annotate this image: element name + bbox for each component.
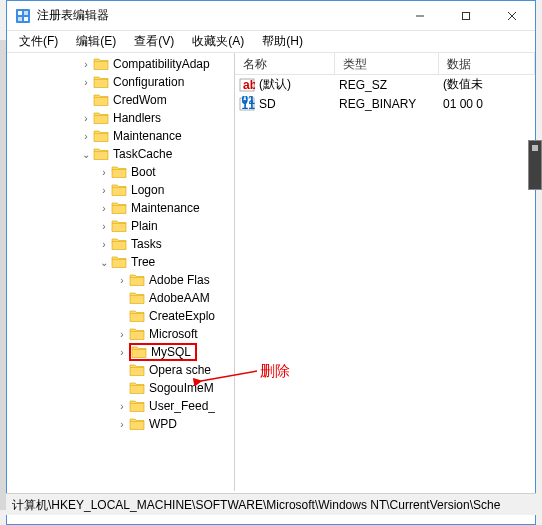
binary-value-icon: 011110 bbox=[239, 96, 255, 112]
tree-item[interactable]: CredWom bbox=[7, 91, 234, 109]
tree-item[interactable]: ›Maintenance bbox=[7, 127, 234, 145]
maximize-button[interactable] bbox=[443, 1, 489, 31]
folder-icon bbox=[111, 165, 127, 179]
tree-item-label: WPD bbox=[149, 417, 177, 431]
tree-item[interactable]: Opera sche bbox=[7, 361, 234, 379]
tree-expander-icon[interactable]: › bbox=[97, 167, 111, 178]
tree-item[interactable]: CreateExplo bbox=[7, 307, 234, 325]
folder-icon bbox=[111, 201, 127, 215]
statusbar: 计算机\HKEY_LOCAL_MACHINE\SOFTWARE\Microsof… bbox=[6, 493, 536, 515]
tree-item-label: CompatibilityAdap bbox=[113, 57, 210, 71]
menu-edit[interactable]: 编辑(E) bbox=[68, 31, 124, 52]
list-rows: ab(默认)REG_SZ(数值未011110SDREG_BINARY01 00 … bbox=[235, 75, 535, 113]
tree-item[interactable]: ›Tasks bbox=[7, 235, 234, 253]
menu-favorites[interactable]: 收藏夹(A) bbox=[184, 31, 252, 52]
folder-icon bbox=[129, 309, 145, 323]
tree-item-label: CreateExplo bbox=[149, 309, 215, 323]
menu-file[interactable]: 文件(F) bbox=[11, 31, 66, 52]
string-value-icon: ab bbox=[239, 77, 255, 93]
tree-expander-icon[interactable]: › bbox=[115, 419, 129, 430]
tree-expander-icon[interactable]: › bbox=[97, 185, 111, 196]
value-data: 01 00 0 bbox=[439, 96, 535, 112]
folder-icon bbox=[93, 75, 109, 89]
tree-item-label: CredWom bbox=[113, 93, 167, 107]
regedit-app-icon bbox=[15, 8, 31, 24]
tree-expander-icon[interactable]: › bbox=[97, 221, 111, 232]
tree-item[interactable]: ›Logon bbox=[7, 181, 234, 199]
list-row[interactable]: ab(默认)REG_SZ(数值未 bbox=[235, 75, 535, 94]
value-type: REG_BINARY bbox=[335, 96, 439, 112]
statusbar-path: 计算机\HKEY_LOCAL_MACHINE\SOFTWARE\Microsof… bbox=[12, 498, 500, 512]
menu-help[interactable]: 帮助(H) bbox=[254, 31, 311, 52]
window-buttons bbox=[397, 1, 535, 30]
tree-expander-icon[interactable]: › bbox=[79, 77, 93, 88]
tree-item[interactable]: ›Microsoft bbox=[7, 325, 234, 343]
svg-rect-3 bbox=[18, 17, 22, 21]
tree-item[interactable]: SogouImeM bbox=[7, 379, 234, 397]
column-type[interactable]: 类型 bbox=[335, 53, 439, 74]
folder-icon bbox=[129, 273, 145, 287]
tree-expander-icon[interactable]: › bbox=[115, 275, 129, 286]
tree-expander-icon[interactable]: › bbox=[79, 131, 93, 142]
highlighted-tree-item: MySQL bbox=[129, 343, 197, 361]
minimize-button[interactable] bbox=[397, 1, 443, 31]
tree-expander-icon[interactable]: › bbox=[115, 329, 129, 340]
tree-item[interactable]: ›Configuration bbox=[7, 73, 234, 91]
tree-item-label: Opera sche bbox=[149, 363, 211, 377]
svg-rect-4 bbox=[24, 17, 28, 21]
value-name: SD bbox=[259, 97, 276, 111]
tree-item-label: Configuration bbox=[113, 75, 184, 89]
menu-view[interactable]: 查看(V) bbox=[126, 31, 182, 52]
tree-item-label: SogouImeM bbox=[149, 381, 214, 395]
tree-item-label: Maintenance bbox=[113, 129, 182, 143]
tree-expander-icon[interactable]: › bbox=[97, 239, 111, 250]
tree-pane[interactable]: ›CompatibilityAdap›ConfigurationCredWom›… bbox=[7, 53, 235, 491]
tree-item-label: Microsoft bbox=[149, 327, 198, 341]
tree-expander-icon[interactable]: ⌄ bbox=[97, 257, 111, 268]
tree-item-label: Adobe Flas bbox=[149, 273, 210, 287]
tree-item[interactable]: ›WPD bbox=[7, 415, 234, 433]
tree-item-label: User_Feed_ bbox=[149, 399, 215, 413]
tree-item[interactable]: AdobeAAM bbox=[7, 289, 234, 307]
tree-item[interactable]: ›User_Feed_ bbox=[7, 397, 234, 415]
folder-icon bbox=[129, 363, 145, 377]
list-row[interactable]: 011110SDREG_BINARY01 00 0 bbox=[235, 94, 535, 113]
tree-item[interactable]: ⌄Tree bbox=[7, 253, 234, 271]
partial-window-right bbox=[528, 140, 542, 190]
tree-expander-icon[interactable]: › bbox=[97, 203, 111, 214]
tree-item-label: Plain bbox=[131, 219, 158, 233]
svg-rect-2 bbox=[24, 11, 28, 15]
tree-item[interactable]: ›Boot bbox=[7, 163, 234, 181]
tree-item[interactable]: ›CompatibilityAdap bbox=[7, 55, 234, 73]
window-title: 注册表编辑器 bbox=[37, 7, 397, 24]
tree-item-label: Logon bbox=[131, 183, 164, 197]
tree-expander-icon[interactable]: › bbox=[79, 113, 93, 124]
svg-rect-1 bbox=[18, 11, 22, 15]
value-name: (默认) bbox=[259, 76, 291, 93]
tree-item[interactable]: ›Adobe Flas bbox=[7, 271, 234, 289]
tree-item[interactable]: ›Handlers bbox=[7, 109, 234, 127]
tree-expander-icon[interactable]: ⌄ bbox=[79, 149, 93, 160]
tree-expander-icon[interactable]: › bbox=[115, 347, 129, 358]
tree-item-label: Tree bbox=[131, 255, 155, 269]
list-pane[interactable]: 名称 类型 数据 ab(默认)REG_SZ(数值未011110SDREG_BIN… bbox=[235, 53, 535, 491]
tree-expander-icon[interactable]: › bbox=[115, 401, 129, 412]
list-header: 名称 类型 数据 bbox=[235, 53, 535, 75]
folder-icon bbox=[111, 219, 127, 233]
folder-icon bbox=[111, 255, 127, 269]
folder-icon bbox=[131, 345, 147, 359]
tree-expander-icon[interactable]: › bbox=[79, 59, 93, 70]
value-type: REG_SZ bbox=[335, 77, 439, 93]
regedit-window: 注册表编辑器 文件(F) 编辑(E) 查看(V) 收藏夹(A) 帮助(H) ›C… bbox=[6, 0, 536, 525]
tree-item[interactable]: ›Maintenance bbox=[7, 199, 234, 217]
tree-item[interactable]: ›MySQL bbox=[7, 343, 234, 361]
close-button[interactable] bbox=[489, 1, 535, 31]
folder-icon bbox=[129, 399, 145, 413]
column-name[interactable]: 名称 bbox=[235, 53, 335, 74]
tree-item-label: Boot bbox=[131, 165, 156, 179]
column-data[interactable]: 数据 bbox=[439, 53, 535, 74]
tree-item-label: Handlers bbox=[113, 111, 161, 125]
tree-item[interactable]: ⌄TaskCache bbox=[7, 145, 234, 163]
tree-item[interactable]: ›Plain bbox=[7, 217, 234, 235]
svg-text:ab: ab bbox=[243, 78, 255, 92]
